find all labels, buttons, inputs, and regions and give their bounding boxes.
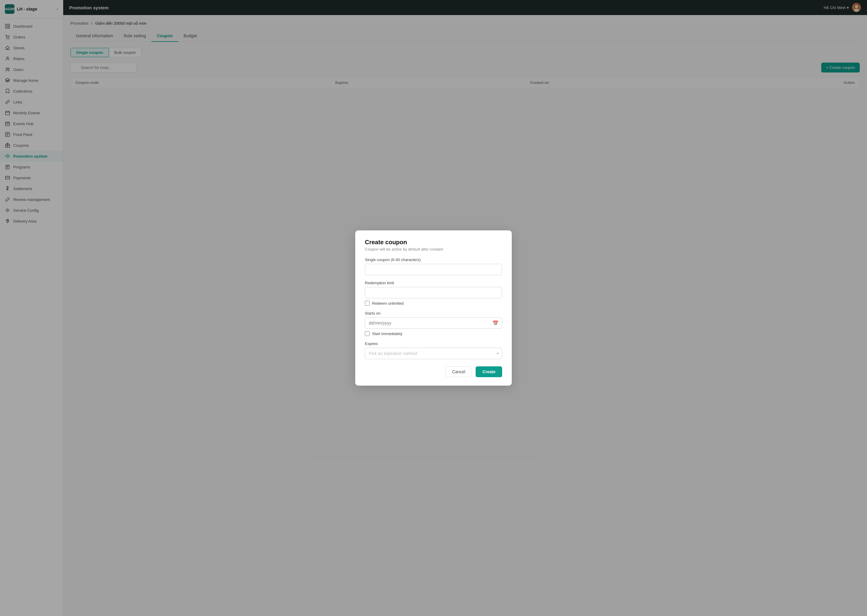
expires-group: Expires Pick an expiration method ▾ <box>365 341 502 359</box>
create-button[interactable]: Create <box>476 366 502 377</box>
redemption-limit-input[interactable] <box>365 287 502 299</box>
redeem-unlimited-label[interactable]: Redeem unlimited <box>372 301 404 306</box>
starts-on-group: Starts on 📅 Start immediately <box>365 311 502 336</box>
redeem-unlimited-row: Redeem unlimited <box>365 301 502 306</box>
expires-select-wrap: Pick an expiration method ▾ <box>365 348 502 359</box>
starts-on-label: Starts on <box>365 311 502 316</box>
coupon-code-label: Single coupon (6-40 characters) <box>365 258 502 262</box>
starts-on-input[interactable] <box>365 317 502 329</box>
create-coupon-modal: Create coupon Coupon will be active by d… <box>355 230 512 386</box>
expires-select[interactable]: Pick an expiration method <box>365 348 502 359</box>
start-immediately-checkbox[interactable] <box>365 331 370 336</box>
coupon-code-group: Single coupon (6-40 characters) <box>365 258 502 275</box>
date-input-wrap: 📅 <box>365 317 502 329</box>
modal-actions: Cancel Create <box>365 366 502 377</box>
redeem-unlimited-checkbox[interactable] <box>365 301 370 306</box>
coupon-code-input[interactable] <box>365 264 502 275</box>
calendar-icon: 📅 <box>492 321 498 326</box>
modal-subtitle: Coupon will be active by default after c… <box>365 247 502 251</box>
content-area: Promotion / Giảm đến 2000đ một số món Ge… <box>63 15 867 616</box>
main-area: Promotion system Hồ Chí Minh ▾ Promotion… <box>63 0 867 616</box>
redemption-limit-group: Redemption limit Redeem unlimited <box>365 281 502 306</box>
modal-overlay: Create coupon Coupon will be active by d… <box>63 15 867 616</box>
cancel-button[interactable]: Cancel <box>445 366 472 377</box>
modal-title: Create coupon <box>365 239 502 246</box>
expires-label: Expires <box>365 341 502 346</box>
start-immediately-label[interactable]: Start immediately <box>372 332 402 336</box>
redemption-limit-label: Redemption limit <box>365 281 502 285</box>
start-immediately-row: Start immediately <box>365 331 502 336</box>
